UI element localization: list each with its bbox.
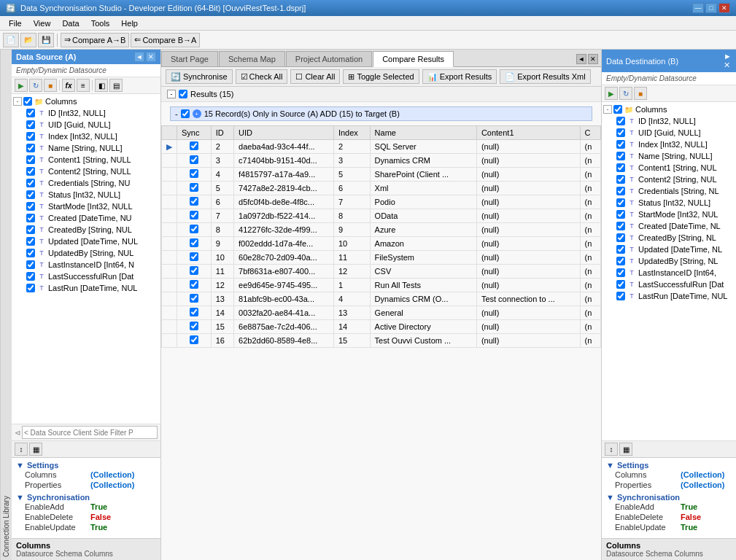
row-check-1[interactable] [190,155,198,164]
cell-sync-13[interactable] [177,320,212,334]
tree-check-content1[interactable] [26,155,35,164]
right-check-name[interactable] [616,152,625,160]
right-node-lastrun[interactable]: T LastRun [DateTime, NUL [603,290,735,302]
row-check-4[interactable] [190,197,198,206]
left-collapse-btn[interactable]: ▤ [109,79,123,92]
right-check-content2[interactable] [616,175,625,184]
right-node-startmode[interactable]: T StartMode [Int32, NUL [603,209,735,220]
left-panel-controls[interactable]: ◄ ✕ [134,52,156,62]
tab-schema-map[interactable]: Schema Map [219,51,285,66]
tree-check-created[interactable] [26,214,35,222]
right-check-uid[interactable] [616,128,625,137]
table-row[interactable]: 10 60e28c70-2d09-40a... 11 FileSystem (n… [162,251,601,265]
window-controls[interactable]: — □ ✕ [692,3,730,13]
right-node-status[interactable]: T Status [Int32, NULL] [603,197,735,209]
close-button[interactable]: ✕ [718,3,730,13]
tree-node-content1[interactable]: T Content1 [String, NULL [13,154,159,166]
cell-sync-5[interactable] [177,209,212,223]
tree-check-cred[interactable] [26,179,35,187]
tree-check-lastrun[interactable] [26,284,35,292]
right-node-lastsucc[interactable]: T LastSuccessfulRun [Dat [603,279,735,290]
left-panel-pin[interactable]: ◄ [134,52,144,62]
right-check-id[interactable] [616,117,625,125]
cell-sync-10[interactable] [177,279,212,292]
cell-sync-8[interactable] [177,251,212,265]
group-expand-btn[interactable]: - [175,109,178,118]
right-node-createdby[interactable]: T CreatedBy [String, NL [603,232,735,244]
export-results-button[interactable]: 📊 Export Results [422,69,497,84]
col-c[interactable]: C [580,126,600,140]
menu-file[interactable]: File [3,18,28,29]
maximize-button[interactable]: □ [705,3,717,13]
tree-check-index[interactable] [26,132,35,141]
cell-sync-3[interactable] [177,182,212,195]
table-row[interactable]: 4 f4815797-a17a-4a9... 5 SharePoint (Cli… [162,168,601,182]
connection-library-panel[interactable]: Connection Library [0,50,12,560]
tree-check-columns[interactable] [23,97,32,106]
tree-check-content2[interactable] [26,167,35,176]
tab-project-automation[interactable]: Project Automation [286,51,372,66]
tree-node-id[interactable]: T ID [Int32, NULL] [13,107,159,119]
right-check-status[interactable] [616,198,625,207]
left-start-btn[interactable]: ▶ [15,79,28,92]
right-check-updatedby[interactable] [616,257,625,265]
left-expand-btn[interactable]: ◧ [95,79,108,92]
right-check-lastsucc[interactable] [616,280,625,289]
menu-tools[interactable]: Tools [85,18,116,29]
right-sync-header[interactable]: ▼ Synchronisation [606,493,732,502]
open-button[interactable]: 📂 [20,33,36,47]
right-check-createdby[interactable] [616,233,625,242]
tree-check-lastsuccessful[interactable] [26,272,35,281]
results-check-all[interactable] [179,90,187,98]
cell-sync-2[interactable] [177,168,212,182]
right-node-content1[interactable]: T Content1 [String, NUL [603,162,735,174]
cell-sync-9[interactable] [177,265,212,279]
toggle-selected-button[interactable]: ⊞ Toggle Selected [343,69,419,84]
right-panel-pin[interactable]: ► [724,52,732,61]
tree-node-cred[interactable]: T Credentials [String, NU [13,177,159,189]
cell-sync-7[interactable] [177,237,212,251]
tree-check-status[interactable] [26,190,35,199]
cell-sync-12[interactable] [177,306,212,320]
cell-sync-0[interactable] [177,140,212,154]
left-filter-btn[interactable]: ≡ [77,79,90,92]
left-filter-btn2[interactable]: ▦ [29,443,42,456]
right-node-uid[interactable]: T UID [Guid, NULL] [603,127,735,139]
menu-view[interactable]: View [28,18,57,29]
minimize-button[interactable]: — [692,3,704,13]
right-check-cred[interactable] [616,187,625,195]
tree-check-lastinstance[interactable] [26,260,35,269]
check-all-button[interactable]: ☑ Check All [236,69,288,84]
tab-next-btn[interactable]: ✕ [588,54,598,64]
right-tree-node-columns[interactable]: - 📁 Columns [603,104,735,115]
right-node-content2[interactable]: T Content2 [String, NUL [603,174,735,185]
right-check-updated[interactable] [616,245,625,254]
right-tree-expand[interactable]: - [603,105,612,114]
right-node-updated[interactable]: T Updated [DateTime, NL [603,244,735,255]
row-check-2[interactable] [190,169,198,178]
table-row[interactable]: 14 0032fa20-ae84-41a... 13 General (null… [162,306,601,320]
right-node-id[interactable]: T ID [Int32, NULL] [603,115,735,127]
row-check-11[interactable] [190,294,198,303]
left-filter-input[interactable] [22,426,158,439]
col-sync[interactable]: Sync [177,126,212,140]
table-row[interactable]: 12 ee9d645e-9745-495... 1 Run All Tests … [162,279,601,292]
right-sort-btn[interactable]: ↕ [605,443,618,456]
col-id[interactable]: ID [211,126,233,140]
tree-node-index[interactable]: T Index [Int32, NULL] [13,131,159,142]
left-fx-btn[interactable]: fx [62,79,75,92]
row-check-9[interactable] [190,266,198,275]
tree-check-updatedby[interactable] [26,249,35,257]
cell-sync-14[interactable] [177,334,212,348]
cell-sync-1[interactable] [177,154,212,168]
col-index[interactable]: Index [333,126,370,140]
menu-data[interactable]: Data [56,18,85,29]
right-check-lastinstance[interactable] [616,268,625,277]
cell-sync-6[interactable] [177,223,212,237]
menu-help[interactable]: Help [115,18,144,29]
right-node-name[interactable]: T Name [String, NULL] [603,150,735,162]
right-refresh-btn[interactable]: ↻ [619,87,632,100]
results-expand-btn[interactable]: - [167,90,176,98]
compare-ab-button[interactable]: ⇒ Compare A→B [61,33,129,47]
row-check-14[interactable] [190,335,198,344]
